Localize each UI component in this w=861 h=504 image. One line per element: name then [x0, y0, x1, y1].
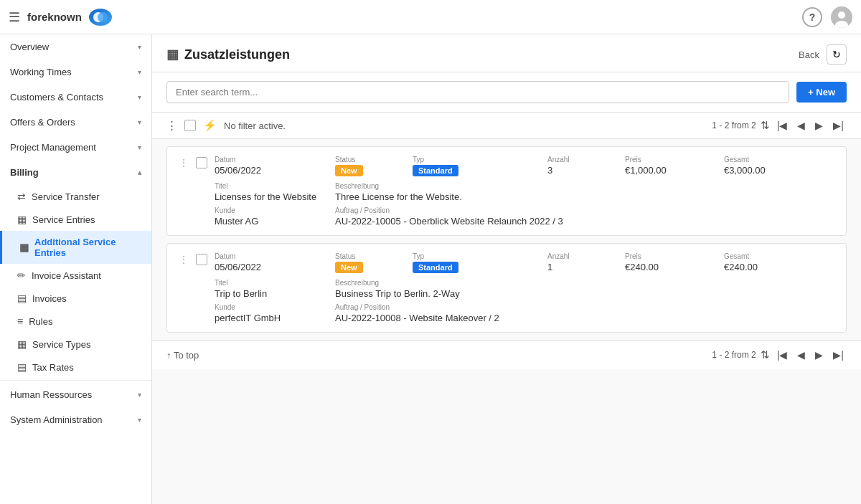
last-page-button[interactable]: ▶| — [830, 118, 847, 133]
chevron-human-resources: ▾ — [138, 391, 141, 399]
kunde-value-1: Muster AG — [215, 216, 329, 227]
hamburger-menu-icon[interactable]: ☰ — [9, 9, 20, 25]
sort-icon[interactable]: ⇅ — [761, 119, 770, 132]
sidebar-item-service-transfer[interactable]: ⇄ Service Transfer — [0, 185, 151, 208]
service-types-icon: ▦ — [17, 338, 27, 350]
auftrag-label-2: Auftrag / Position — [335, 303, 834, 311]
sidebar-label-billing: Billing — [10, 167, 39, 178]
sort-icon-bottom[interactable]: ⇅ — [761, 348, 770, 361]
preis-value-2: €240.00 — [625, 262, 718, 272]
select-all-checkbox[interactable] — [184, 120, 196, 131]
to-top-button[interactable]: ↑ To top — [166, 350, 199, 361]
field-typ-2: Typ Standard — [413, 252, 542, 273]
first-page-button[interactable]: |◀ — [774, 118, 791, 133]
sidebar-divider — [0, 380, 151, 381]
sidebar-item-additional-service-entries[interactable]: ▦ Additional Service Entries — [0, 231, 151, 264]
sidebar-label-tax-rates: Tax Rates — [32, 362, 74, 373]
field-titel-1: Titel Licenses for the Website — [215, 182, 329, 202]
record-top-row-2: Datum 05/06/2022 Status New Typ Standard — [215, 252, 834, 273]
sidebar-label-customers-contacts: Customers & Contacts — [10, 92, 103, 103]
sidebar-item-tax-rates[interactable]: ▤ Tax Rates — [0, 356, 151, 379]
record-card-1: ⋮ Datum 05/06/2022 Status New — [166, 146, 847, 236]
filter-icon[interactable]: ⚡ — [203, 119, 217, 132]
record-bot-row-1: Kunde Muster AG Auftrag / Position AU-20… — [215, 206, 834, 227]
pagination-info-bottom: 1 - 2 from 2 — [712, 350, 756, 360]
refresh-icon: ↻ — [832, 49, 841, 60]
field-kunde-1: Kunde Muster AG — [215, 206, 329, 227]
invoices-icon: ▤ — [17, 293, 27, 304]
svg-point-3 — [838, 11, 845, 19]
field-preis-2: Preis €240.00 — [625, 252, 718, 273]
sidebar-item-billing[interactable]: Billing ▴ — [0, 160, 151, 185]
next-page-button-bottom[interactable]: ▶ — [812, 348, 826, 362]
field-gesamt-2: Gesamt €240.00 — [724, 252, 817, 273]
field-datum-1: Datum 05/06/2022 — [215, 156, 329, 176]
first-page-button-bottom[interactable]: |◀ — [774, 348, 791, 362]
sidebar-label-rules: Rules — [29, 316, 52, 327]
sidebar-item-customers-contacts[interactable]: Customers & Contacts ▾ — [0, 85, 151, 110]
sidebar-label-project-management: Project Management — [10, 142, 96, 153]
preis-value-1: €1,000.00 — [625, 165, 718, 176]
sidebar-item-project-management[interactable]: Project Management ▾ — [0, 135, 151, 160]
sidebar-item-human-resources[interactable]: Human Ressources ▾ — [0, 382, 151, 407]
next-page-button[interactable]: ▶ — [812, 118, 826, 133]
record-checkbox-1[interactable] — [196, 157, 207, 168]
invoice-assistant-icon: ✏ — [17, 270, 26, 281]
record-bot-row-2: Kunde perfectIT GmbH Auftrag / Position … — [215, 303, 834, 323]
anzahl-value-1: 3 — [547, 165, 619, 176]
sidebar-item-service-types[interactable]: ▦ Service Types — [0, 333, 151, 356]
tax-rates-icon: ▤ — [17, 361, 27, 373]
sidebar-item-working-times[interactable]: Working Times ▾ — [0, 60, 151, 85]
svg-point-1 — [98, 12, 108, 22]
typ-label-1: Typ — [413, 156, 542, 163]
logo-icon — [89, 9, 112, 26]
status-badge-1: New — [335, 165, 363, 176]
filter-status-text: No filter active. — [224, 120, 286, 131]
back-button[interactable]: Back — [799, 49, 819, 60]
record-checkbox-2[interactable] — [196, 254, 207, 265]
chevron-customers-contacts: ▾ — [138, 93, 141, 101]
main-title-icon: ▦ — [166, 47, 179, 62]
prev-page-button[interactable]: ◀ — [794, 118, 808, 133]
field-status-2: Status New — [335, 252, 407, 273]
sidebar-label-system-administration: System Administration — [10, 414, 103, 425]
avatar[interactable] — [831, 6, 852, 28]
sidebar-item-rules[interactable]: ≡ Rules — [0, 310, 151, 333]
sidebar-item-offers-orders[interactable]: Offers & Orders ▾ — [0, 110, 151, 135]
sidebar-item-service-entries[interactable]: ▦ Service Entries — [0, 208, 151, 231]
record-handle-2[interactable]: ⋮ — [179, 252, 189, 265]
topbar-left: ☰ foreknown — [9, 9, 112, 26]
status-label-2: Status — [335, 252, 407, 260]
sidebar-item-invoice-assistant[interactable]: ✏ Invoice Assistant — [0, 264, 151, 287]
help-icon[interactable]: ? — [802, 7, 822, 27]
datum-value-2: 05/06/2022 — [215, 262, 329, 272]
record-handle-1[interactable]: ⋮ — [179, 156, 189, 168]
pagination-bottom: 1 - 2 from 2 ⇅ |◀ ◀ ▶ ▶| — [712, 348, 847, 362]
main-actions: Back ↻ — [799, 44, 847, 65]
toolbar-dots-icon[interactable]: ⋮ — [166, 119, 177, 132]
chevron-working-times: ▾ — [138, 68, 141, 76]
new-button[interactable]: + New — [796, 82, 847, 103]
pagination-info-top: 1 - 2 from 2 — [712, 120, 756, 130]
sidebar-label-service-entries: Service Entries — [32, 214, 95, 225]
refresh-button[interactable]: ↻ — [827, 44, 847, 65]
sidebar-item-invoices[interactable]: ▤ Invoices — [0, 287, 151, 310]
datum-label-2: Datum — [215, 252, 329, 260]
sidebar-item-system-administration[interactable]: System Administration ▾ — [0, 407, 151, 432]
titel-label-1: Titel — [215, 182, 329, 190]
field-preis-1: Preis €1,000.00 — [625, 156, 718, 176]
service-entries-icon: ▦ — [17, 214, 27, 225]
status-badge-2: New — [335, 262, 363, 273]
sidebar-label-additional-service-entries: Additional Service Entries — [34, 237, 141, 258]
search-input[interactable] — [166, 81, 789, 103]
search-area: + New — [152, 72, 861, 113]
typ-label-2: Typ — [413, 252, 542, 260]
prev-page-button-bottom[interactable]: ◀ — [794, 348, 808, 362]
beschreibung-value-1: Three License for the Website. — [335, 191, 834, 202]
chevron-overview: ▾ — [138, 43, 141, 51]
field-auftrag-2: Auftrag / Position AU-2022-10008 - Websi… — [335, 303, 834, 323]
sidebar-item-overview[interactable]: Overview ▾ — [0, 34, 151, 60]
field-kunde-2: Kunde perfectIT GmbH — [215, 303, 329, 323]
last-page-button-bottom[interactable]: ▶| — [830, 348, 847, 362]
chevron-system-administration: ▾ — [138, 416, 141, 424]
